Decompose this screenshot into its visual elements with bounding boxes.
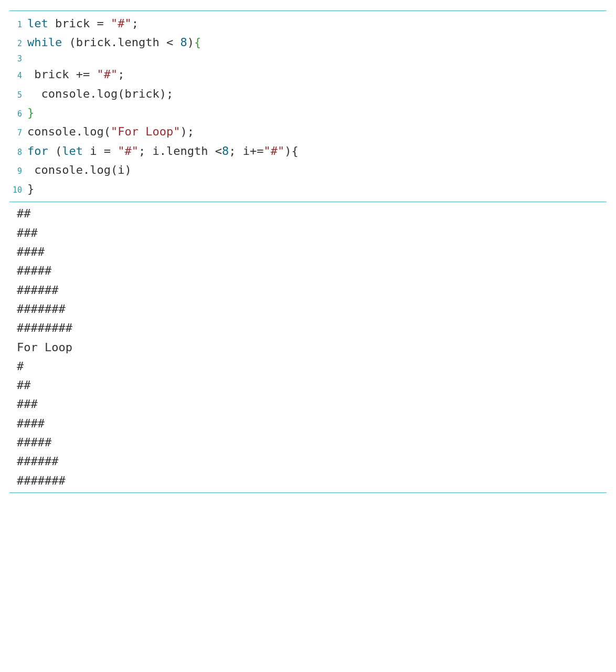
console-output-line: For Loop bbox=[17, 338, 607, 357]
line-number: 6 bbox=[9, 108, 27, 121]
console-output-line: ####### bbox=[17, 471, 607, 490]
code-line[interactable]: 1let brick = "#"; bbox=[9, 14, 607, 33]
code-line[interactable]: 8for (let i = "#"; i.length <8; i+="#"){ bbox=[9, 142, 607, 161]
line-number: 3 bbox=[9, 52, 27, 66]
code-line[interactable]: 7console.log("For Loop"); bbox=[9, 122, 607, 141]
code-line[interactable]: 3 bbox=[9, 52, 607, 66]
line-number: 5 bbox=[9, 89, 27, 102]
console-output-line: #### bbox=[17, 243, 607, 261]
code-content[interactable]: brick += "#"; bbox=[27, 65, 124, 84]
code-line[interactable]: 2while (brick.length < 8){ bbox=[9, 33, 607, 52]
console-output-line: ####### bbox=[17, 300, 607, 319]
code-content[interactable]: } bbox=[27, 180, 34, 198]
line-number: 8 bbox=[9, 146, 27, 159]
code-content[interactable]: for (let i = "#"; i.length <8; i+="#"){ bbox=[27, 142, 299, 161]
console-output-line: ######## bbox=[17, 319, 607, 338]
code-content[interactable]: let brick = "#"; bbox=[27, 14, 139, 33]
code-editor-panel[interactable]: 1let brick = "#";2while (brick.length < … bbox=[9, 10, 607, 202]
code-line[interactable]: 6} bbox=[9, 103, 607, 122]
console-output-line: ## bbox=[17, 204, 607, 223]
code-line[interactable]: 10} bbox=[9, 180, 607, 198]
code-content[interactable]: while (brick.length < 8){ bbox=[27, 33, 201, 52]
code-content[interactable]: } bbox=[27, 103, 34, 122]
console-output-panel: ###################################For L… bbox=[9, 202, 607, 492]
console-output-line: ### bbox=[17, 224, 607, 243]
console-output-line: ###### bbox=[17, 281, 607, 300]
code-content[interactable]: console.log("For Loop"); bbox=[27, 122, 194, 141]
code-content[interactable]: console.log(i) bbox=[27, 161, 132, 180]
line-number: 10 bbox=[9, 184, 27, 197]
console-output-line: # bbox=[17, 357, 607, 376]
line-number: 2 bbox=[9, 37, 27, 50]
code-line[interactable]: 9 console.log(i) bbox=[9, 161, 607, 180]
line-number: 9 bbox=[9, 165, 27, 178]
console-output-line: ### bbox=[17, 395, 607, 414]
console-output-line: ##### bbox=[17, 433, 607, 452]
code-line[interactable]: 4 brick += "#"; bbox=[9, 65, 607, 84]
line-number: 7 bbox=[9, 127, 27, 140]
console-output-line: ## bbox=[17, 376, 607, 395]
console-output-line: #### bbox=[17, 414, 607, 433]
code-content[interactable]: console.log(brick); bbox=[27, 85, 173, 103]
code-line[interactable]: 5 console.log(brick); bbox=[9, 85, 607, 103]
console-output-line: ##### bbox=[17, 261, 607, 280]
line-number: 1 bbox=[9, 18, 27, 32]
line-number: 4 bbox=[9, 69, 27, 82]
console-output-line: ###### bbox=[17, 452, 607, 471]
